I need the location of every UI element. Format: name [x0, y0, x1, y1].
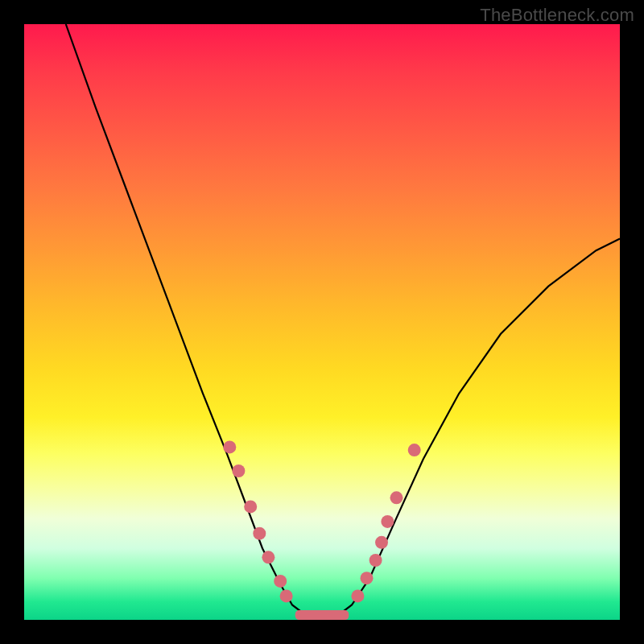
curve-marker — [390, 491, 403, 504]
curve-marker — [361, 572, 374, 584]
curve-marker — [375, 536, 388, 549]
curve-marker — [244, 500, 257, 513]
watermark-text: TheBottleneck.com — [480, 5, 634, 26]
curve-marker — [262, 551, 275, 564]
curve-marker — [381, 515, 394, 528]
curve-marker — [408, 444, 421, 456]
chart-frame: TheBottleneck.com — [0, 0, 644, 644]
curve-marker — [253, 527, 266, 540]
flat-segment-marker — [295, 610, 349, 620]
chart-svg — [24, 24, 620, 620]
markers-right-group — [351, 444, 420, 602]
plot-area — [24, 24, 620, 620]
curve-marker — [280, 589, 293, 602]
curve-marker — [232, 464, 245, 477]
bottleneck-curve — [66, 24, 620, 617]
curve-marker — [223, 440, 236, 453]
curve-marker — [369, 554, 382, 567]
curve-marker — [274, 575, 287, 588]
markers-left-group — [223, 440, 292, 602]
curve-marker — [351, 589, 364, 602]
